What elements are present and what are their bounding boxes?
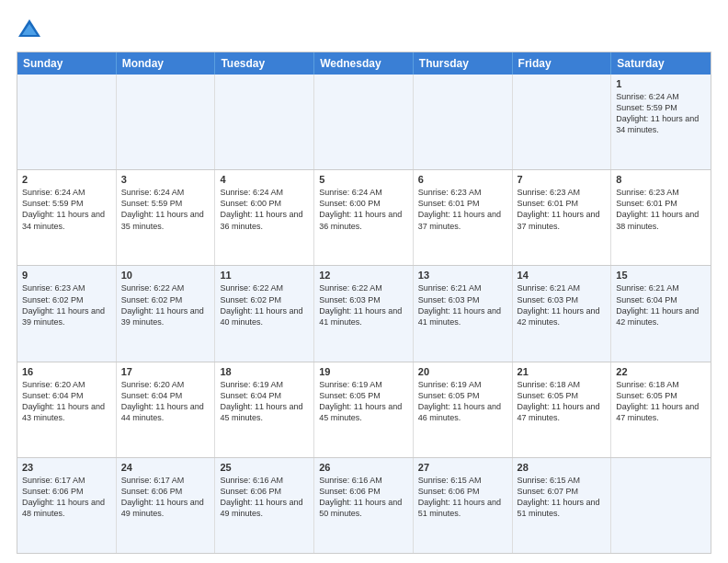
calendar-row-3: 16Sunrise: 6:20 AM Sunset: 6:04 PM Dayli… <box>17 362 711 457</box>
cell-info: Sunrise: 6:17 AM Sunset: 6:06 PM Dayligh… <box>121 475 210 520</box>
cell-info: Sunrise: 6:16 AM Sunset: 6:06 PM Dayligh… <box>319 475 408 520</box>
day-number: 1 <box>616 78 706 89</box>
header-day-friday: Friday <box>513 52 612 75</box>
cal-cell-r1-c3: 5Sunrise: 6:24 AM Sunset: 6:00 PM Daylig… <box>314 170 414 265</box>
day-number: 22 <box>616 366 706 377</box>
day-number: 8 <box>616 174 706 185</box>
header-day-saturday: Saturday <box>611 52 711 75</box>
day-number: 17 <box>121 366 210 377</box>
cal-cell-r4-c3: 26Sunrise: 6:16 AM Sunset: 6:06 PM Dayli… <box>314 458 414 553</box>
cell-info: Sunrise: 6:24 AM Sunset: 5:59 PM Dayligh… <box>121 187 210 232</box>
cal-cell-r3-c5: 21Sunrise: 6:18 AM Sunset: 6:05 PM Dayli… <box>513 362 612 457</box>
cal-cell-r0-c3 <box>314 75 414 169</box>
cal-cell-r4-c2: 25Sunrise: 6:16 AM Sunset: 6:06 PM Dayli… <box>215 458 314 553</box>
cal-cell-r2-c3: 12Sunrise: 6:22 AM Sunset: 6:03 PM Dayli… <box>314 266 414 361</box>
cell-info: Sunrise: 6:15 AM Sunset: 6:07 PM Dayligh… <box>518 475 607 520</box>
calendar-row-4: 23Sunrise: 6:17 AM Sunset: 6:06 PM Dayli… <box>17 457 711 553</box>
cell-info: Sunrise: 6:22 AM Sunset: 6:02 PM Dayligh… <box>121 282 210 327</box>
header-day-monday: Monday <box>117 52 216 75</box>
cal-cell-r2-c5: 14Sunrise: 6:21 AM Sunset: 6:03 PM Dayli… <box>513 266 612 361</box>
day-number: 21 <box>518 366 607 377</box>
cal-cell-r0-c2 <box>215 75 314 169</box>
cell-info: Sunrise: 6:23 AM Sunset: 6:01 PM Dayligh… <box>418 187 507 232</box>
cal-cell-r4-c5: 28Sunrise: 6:15 AM Sunset: 6:07 PM Dayli… <box>513 458 612 553</box>
page: SundayMondayTuesdayWednesdayThursdayFrid… <box>0 0 728 563</box>
calendar-row-1: 2Sunrise: 6:24 AM Sunset: 5:59 PM Daylig… <box>17 169 711 265</box>
cal-cell-r2-c1: 10Sunrise: 6:22 AM Sunset: 6:02 PM Dayli… <box>117 266 216 361</box>
day-number: 19 <box>319 366 408 377</box>
cal-cell-r4-c1: 24Sunrise: 6:17 AM Sunset: 6:06 PM Dayli… <box>117 458 216 553</box>
cell-info: Sunrise: 6:24 AM Sunset: 6:00 PM Dayligh… <box>220 187 309 232</box>
cal-cell-r0-c4 <box>414 75 513 169</box>
cell-info: Sunrise: 6:21 AM Sunset: 6:03 PM Dayligh… <box>518 282 607 327</box>
cal-cell-r1-c6: 8Sunrise: 6:23 AM Sunset: 6:01 PM Daylig… <box>611 170 711 265</box>
cell-info: Sunrise: 6:21 AM Sunset: 6:04 PM Dayligh… <box>616 282 706 327</box>
day-number: 2 <box>22 174 111 185</box>
day-number: 6 <box>418 174 507 185</box>
cal-cell-r2-c6: 15Sunrise: 6:21 AM Sunset: 6:04 PM Dayli… <box>611 266 711 361</box>
calendar-row-2: 9Sunrise: 6:23 AM Sunset: 6:02 PM Daylig… <box>17 265 711 361</box>
day-number: 18 <box>220 366 309 377</box>
day-number: 15 <box>616 270 706 281</box>
cell-info: Sunrise: 6:19 AM Sunset: 6:05 PM Dayligh… <box>319 379 408 424</box>
header-day-tuesday: Tuesday <box>215 52 314 75</box>
cal-cell-r3-c0: 16Sunrise: 6:20 AM Sunset: 6:04 PM Dayli… <box>17 362 117 457</box>
day-number: 11 <box>220 270 309 281</box>
calendar-header: SundayMondayTuesdayWednesdayThursdayFrid… <box>17 52 711 75</box>
cal-cell-r0-c5 <box>513 75 612 169</box>
cal-cell-r4-c4: 27Sunrise: 6:15 AM Sunset: 6:06 PM Dayli… <box>414 458 513 553</box>
cell-info: Sunrise: 6:20 AM Sunset: 6:04 PM Dayligh… <box>22 379 111 424</box>
cell-info: Sunrise: 6:15 AM Sunset: 6:06 PM Dayligh… <box>418 475 507 520</box>
cell-info: Sunrise: 6:19 AM Sunset: 6:04 PM Dayligh… <box>220 379 309 424</box>
day-number: 26 <box>319 462 408 473</box>
cal-cell-r0-c6: 1Sunrise: 6:24 AM Sunset: 5:59 PM Daylig… <box>611 75 711 169</box>
cell-info: Sunrise: 6:24 AM Sunset: 5:59 PM Dayligh… <box>616 91 706 136</box>
cal-cell-r3-c6: 22Sunrise: 6:18 AM Sunset: 6:05 PM Dayli… <box>611 362 711 457</box>
header-day-wednesday: Wednesday <box>314 52 414 75</box>
day-number: 13 <box>418 270 507 281</box>
cal-cell-r2-c0: 9Sunrise: 6:23 AM Sunset: 6:02 PM Daylig… <box>17 266 117 361</box>
cell-info: Sunrise: 6:23 AM Sunset: 6:01 PM Dayligh… <box>518 187 607 232</box>
cell-info: Sunrise: 6:21 AM Sunset: 6:03 PM Dayligh… <box>418 282 507 327</box>
cal-cell-r0-c0 <box>17 75 117 169</box>
cal-cell-r3-c1: 17Sunrise: 6:20 AM Sunset: 6:04 PM Dayli… <box>117 362 216 457</box>
cell-info: Sunrise: 6:16 AM Sunset: 6:06 PM Dayligh… <box>220 475 309 520</box>
calendar-row-0: 1Sunrise: 6:24 AM Sunset: 5:59 PM Daylig… <box>17 75 711 169</box>
cal-cell-r1-c4: 6Sunrise: 6:23 AM Sunset: 6:01 PM Daylig… <box>414 170 513 265</box>
header-day-thursday: Thursday <box>414 52 513 75</box>
cell-info: Sunrise: 6:23 AM Sunset: 6:01 PM Dayligh… <box>616 187 706 232</box>
day-number: 14 <box>518 270 607 281</box>
cal-cell-r1-c5: 7Sunrise: 6:23 AM Sunset: 6:01 PM Daylig… <box>513 170 612 265</box>
cal-cell-r3-c2: 18Sunrise: 6:19 AM Sunset: 6:04 PM Dayli… <box>215 362 314 457</box>
cal-cell-r4-c6 <box>611 458 711 553</box>
day-number: 7 <box>518 174 607 185</box>
logo <box>17 17 46 42</box>
day-number: 3 <box>121 174 210 185</box>
day-number: 23 <box>22 462 111 473</box>
cell-info: Sunrise: 6:24 AM Sunset: 6:00 PM Dayligh… <box>319 187 408 232</box>
cell-info: Sunrise: 6:17 AM Sunset: 6:06 PM Dayligh… <box>22 475 111 520</box>
cell-info: Sunrise: 6:23 AM Sunset: 6:02 PM Dayligh… <box>22 282 111 327</box>
day-number: 12 <box>319 270 408 281</box>
header <box>17 17 711 42</box>
cell-info: Sunrise: 6:19 AM Sunset: 6:05 PM Dayligh… <box>418 379 507 424</box>
cell-info: Sunrise: 6:18 AM Sunset: 6:05 PM Dayligh… <box>518 379 607 424</box>
cell-info: Sunrise: 6:20 AM Sunset: 6:04 PM Dayligh… <box>121 379 210 424</box>
cell-info: Sunrise: 6:22 AM Sunset: 6:03 PM Dayligh… <box>319 282 408 327</box>
cal-cell-r1-c2: 4Sunrise: 6:24 AM Sunset: 6:00 PM Daylig… <box>215 170 314 265</box>
header-day-sunday: Sunday <box>17 52 117 75</box>
cal-cell-r3-c4: 20Sunrise: 6:19 AM Sunset: 6:05 PM Dayli… <box>414 362 513 457</box>
day-number: 27 <box>418 462 507 473</box>
cal-cell-r0-c1 <box>117 75 216 169</box>
cell-info: Sunrise: 6:18 AM Sunset: 6:05 PM Dayligh… <box>616 379 706 424</box>
day-number: 20 <box>418 366 507 377</box>
day-number: 24 <box>121 462 210 473</box>
cal-cell-r2-c4: 13Sunrise: 6:21 AM Sunset: 6:03 PM Dayli… <box>414 266 513 361</box>
calendar-body: 1Sunrise: 6:24 AM Sunset: 5:59 PM Daylig… <box>17 75 711 553</box>
day-number: 28 <box>518 462 607 473</box>
day-number: 9 <box>22 270 111 281</box>
cal-cell-r1-c1: 3Sunrise: 6:24 AM Sunset: 5:59 PM Daylig… <box>117 170 216 265</box>
cell-info: Sunrise: 6:24 AM Sunset: 5:59 PM Dayligh… <box>22 187 111 232</box>
cal-cell-r1-c0: 2Sunrise: 6:24 AM Sunset: 5:59 PM Daylig… <box>17 170 117 265</box>
logo-icon <box>17 17 42 42</box>
